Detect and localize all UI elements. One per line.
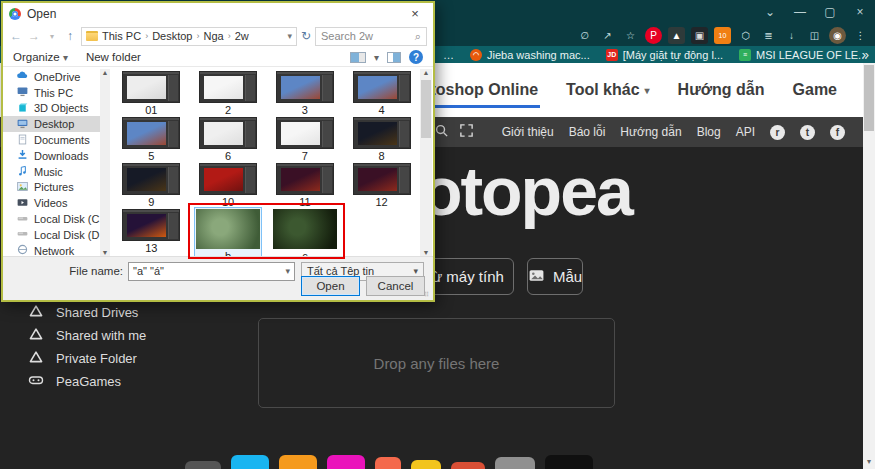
puzzle-icon[interactable]: ⬡: [737, 27, 754, 44]
nav-item-game[interactable]: Game: [793, 81, 837, 99]
facebook-icon[interactable]: f: [830, 125, 845, 140]
share-icon[interactable]: ↗: [599, 27, 616, 44]
shop-orange-icon[interactable]: 10: [714, 27, 731, 44]
footer-link-báo-lỗi[interactable]: Báo lỗi: [569, 125, 606, 139]
file-name-input[interactable]: "a" "á" ▾: [128, 262, 295, 281]
dialog-close-icon[interactable]: ×: [403, 6, 427, 21]
sidebar-item-pictures[interactable]: Pictures: [3, 180, 100, 196]
sidebar-item-peagames[interactable]: PeaGames: [28, 373, 146, 390]
back-arrow-icon[interactable]: ←: [9, 29, 23, 43]
template-swatch[interactable]: [185, 461, 221, 469]
breadcrumb-segment[interactable]: 2w: [235, 30, 249, 42]
sidebar-item-downloads[interactable]: Downloads: [3, 148, 100, 164]
bookmarks-overflow-chevron-icon[interactable]: »: [862, 47, 869, 62]
fullscreen-icon[interactable]: [459, 123, 474, 141]
reddit-icon[interactable]: r: [770, 125, 785, 140]
sidebar-item-local-disk-d-[interactable]: Local Disk (D:): [3, 227, 100, 243]
nav-item-tool-khác[interactable]: Tool khác▾: [566, 81, 650, 99]
maximize-icon[interactable]: ▢: [815, 0, 845, 24]
sidebar-item-private-folder[interactable]: Private Folder: [28, 350, 146, 367]
page-scrollbar-thumb[interactable]: [864, 65, 874, 131]
footer-link-api[interactable]: API: [736, 125, 755, 139]
template-swatch[interactable]: [451, 462, 485, 469]
file-item-9[interactable]: 9: [113, 161, 190, 207]
search-icon[interactable]: [434, 123, 449, 141]
forward-arrow-icon[interactable]: →: [27, 29, 41, 43]
pinterest-icon[interactable]: P: [645, 27, 662, 44]
sidebar-item-this-pc[interactable]: This PC: [3, 85, 100, 101]
view-options-icon[interactable]: [350, 52, 366, 63]
menu-dots-icon[interactable]: ⋮: [852, 27, 869, 44]
search-input[interactable]: Search 2w ⌕: [315, 27, 427, 46]
template-swatch[interactable]: [279, 455, 317, 469]
avatar-icon[interactable]: ◉: [829, 27, 846, 44]
up-arrow-icon[interactable]: ↑: [63, 29, 77, 43]
bookmark-item[interactable]: ≡MSI LEAGUE OF LE...: [733, 49, 873, 61]
chevron-down-icon[interactable]: ⌄: [755, 0, 785, 24]
template-swatch[interactable]: [495, 457, 535, 469]
sidebar-item-shared-drives[interactable]: Shared Drives: [28, 304, 146, 321]
nav-item-hướng-dẫn[interactable]: Hướng dẫn: [678, 81, 765, 99]
file-item-01[interactable]: 01: [113, 69, 190, 115]
file-item-11[interactable]: 11: [267, 161, 344, 207]
file-item-7[interactable]: 7: [267, 115, 344, 161]
file-grid-scrollbar-thumb[interactable]: [421, 80, 431, 138]
footer-link-hướng-dẫn[interactable]: Hướng dẫn: [620, 125, 681, 139]
bookmark-item[interactable]: JD[Máy giặt tự động l...: [600, 49, 729, 61]
template-swatch[interactable]: [545, 455, 593, 469]
chevron-down-icon[interactable]: ▾: [285, 266, 290, 276]
chevron-down-icon[interactable]: ▾: [287, 31, 292, 41]
file-item-3[interactable]: 3: [267, 69, 344, 115]
scroll-down-arrow-icon[interactable]: ▾: [863, 455, 875, 469]
breadcrumb-segment[interactable]: Desktop: [152, 30, 192, 42]
file-item-8[interactable]: 8: [343, 115, 420, 161]
download-icon[interactable]: ↓: [783, 27, 800, 44]
camera-dark-icon[interactable]: ▣: [691, 27, 708, 44]
file-item-13[interactable]: 13: [113, 207, 190, 261]
star-icon[interactable]: ☆: [622, 27, 639, 44]
footer-link-giới-thiệu[interactable]: Giới thiệu: [502, 125, 554, 139]
new-folder-button[interactable]: New folder: [86, 51, 141, 63]
template-swatch[interactable]: [411, 460, 441, 469]
bookmark-item[interactable]: …: [437, 49, 460, 61]
page-scrollbar[interactable]: ▾: [863, 63, 875, 469]
file-item-c[interactable]: c: [267, 207, 344, 261]
file-item-b[interactable]: b: [190, 207, 267, 261]
file-item-10[interactable]: 10: [190, 161, 267, 207]
template-button[interactable]: Mẫu: [527, 258, 583, 295]
resize-grip[interactable]: ⠿: [424, 291, 432, 299]
footer-link-blog[interactable]: Blog: [697, 125, 721, 139]
file-item-6[interactable]: 6: [190, 115, 267, 161]
twitter-icon[interactable]: t: [800, 125, 815, 140]
sidebar-item-onedrive[interactable]: OneDrive: [3, 69, 100, 85]
scroll-down-arrow-icon[interactable]: ▼: [420, 249, 432, 256]
sidebar-item-videos[interactable]: Videos: [3, 195, 100, 211]
split-screen-icon[interactable]: ◫: [806, 27, 823, 44]
template-swatch[interactable]: [231, 455, 269, 469]
help-icon[interactable]: ?: [409, 50, 423, 64]
eye-off-icon[interactable]: ∅: [576, 27, 593, 44]
sidebar-item-desktop[interactable]: Desktop: [3, 116, 100, 132]
list-icon[interactable]: ≣: [760, 27, 777, 44]
sidebar-item-documents[interactable]: Documents: [3, 132, 100, 148]
sidebar-item-local-disk-c-[interactable]: Local Disk (C:): [3, 211, 100, 227]
file-item-4[interactable]: 4: [343, 69, 420, 115]
preview-pane-icon[interactable]: [387, 52, 401, 63]
refresh-icon[interactable]: ↻: [301, 29, 311, 43]
cancel-button[interactable]: Cancel: [366, 276, 425, 296]
scroll-down-arrow-icon[interactable]: ▼: [100, 249, 110, 256]
sidebar-item-shared-with-me[interactable]: Shared with me: [28, 327, 146, 344]
sidebar-scrollbar[interactable]: ▲ ▼: [100, 69, 110, 256]
breadcrumb[interactable]: This PC›Desktop›Nga›2w▾: [81, 27, 297, 46]
bookmark-item[interactable]: ◠Jieba washing mac...: [464, 49, 596, 61]
template-swatch[interactable]: [327, 455, 365, 469]
breadcrumb-segment[interactable]: This PC: [102, 30, 141, 42]
mountain-icon[interactable]: ▲: [668, 27, 685, 44]
minimize-icon[interactable]: —: [785, 0, 815, 24]
file-grid-scrollbar[interactable]: ▲ ▼: [420, 69, 432, 256]
view-options-chevron-icon[interactable]: ▾: [374, 52, 379, 63]
sidebar-item-3d-objects[interactable]: 3D Objects: [3, 101, 100, 117]
file-dropzone[interactable]: Drop any files here: [258, 318, 615, 408]
open-button[interactable]: Open: [301, 276, 360, 296]
close-icon[interactable]: ×: [845, 0, 875, 24]
